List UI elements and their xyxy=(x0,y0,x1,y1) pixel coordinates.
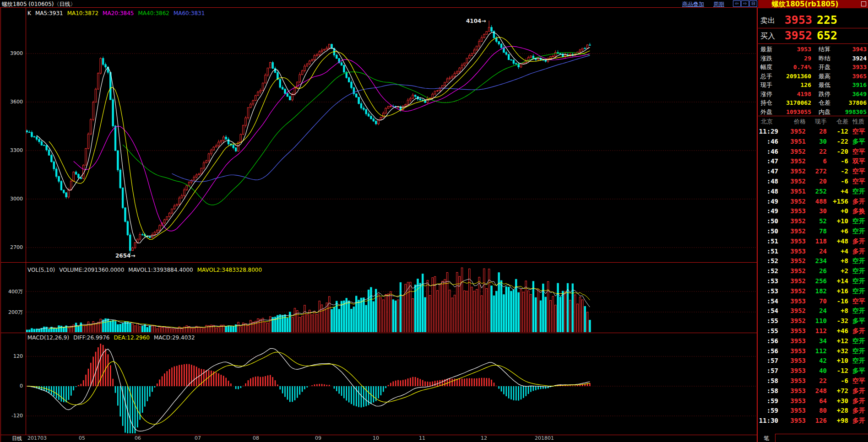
tick-row[interactable]: :49395330+0多换 xyxy=(758,206,868,216)
axis-tick-label: 120 xyxy=(0,353,23,359)
quote-grid-row: 涨跌29昨结3924 xyxy=(758,54,868,63)
month-tick-label: 08 xyxy=(253,435,259,441)
month-tick-label: 09 xyxy=(315,435,321,441)
axis-tick-label: 3000 xyxy=(0,196,23,202)
tick-row[interactable]: :56395334+12空开 xyxy=(758,336,868,346)
tick-row[interactable]: :59395364+30多开 xyxy=(758,396,868,406)
bid-row[interactable]: 买入 3952 652 xyxy=(758,28,868,43)
axis-tick-label: 400万 xyxy=(0,288,23,295)
tick-row[interactable]: :493952488+156多开 xyxy=(758,196,868,206)
axis-tick-label: -120 xyxy=(0,413,23,419)
period-label: 日线 xyxy=(12,435,22,442)
bid-price: 3952 xyxy=(785,29,812,42)
kline-indicator-header: KMA5:3931MA10:3872MA20:3845MA40:3862MA60… xyxy=(27,10,209,16)
tick-table-header: 北京价格现手仓差性质 xyxy=(758,118,868,126)
tick-row[interactable]: :473952272-2空平 xyxy=(758,166,868,176)
axis-tick-label: 200万 xyxy=(0,309,23,316)
price-extreme-annotation: 4104→ xyxy=(466,18,486,24)
month-tick-label: 10 xyxy=(373,435,379,441)
tick-row[interactable]: :57395342+10空开 xyxy=(758,356,868,366)
quote-grid-row: 幅度0.74%开盘3933 xyxy=(758,63,868,72)
ask-price: 3953 xyxy=(785,13,812,27)
contract-title: 螺纹1805(rb1805) xyxy=(772,0,838,9)
tick-row[interactable]: :553953112+46多开 xyxy=(758,326,868,336)
month-tick-label: 201703 xyxy=(27,435,47,441)
axis-tick-label: 0 xyxy=(0,383,23,389)
tick-row[interactable]: :523952234+8空开 xyxy=(758,256,868,266)
quote-grid-row: 总手2091360最高3965 xyxy=(758,72,868,81)
ask-label: 卖出 xyxy=(760,16,775,26)
ma-legend-item: MA10:3872 xyxy=(67,10,98,16)
vol-legend-item: VOL(5,10) xyxy=(27,267,55,273)
ma-legend-item: MA40:3862 xyxy=(138,10,169,16)
tick-row[interactable]: 11:29395228-12空平 xyxy=(758,126,868,136)
axis-tick-label: 2700 xyxy=(0,244,23,250)
tick-row[interactable]: :533952182+16空开 xyxy=(758,286,868,296)
bid-qty: 652 xyxy=(817,29,837,42)
vol-legend-item: MAVOL1:3393884.4000 xyxy=(128,267,193,273)
macd-legend-item: MACD:29.4032 xyxy=(154,334,195,341)
macd-indicator-header: MACD(12,26,9)DIFF:26.9976DEA:12.2960MACD… xyxy=(27,334,199,341)
kline-type-label: K xyxy=(27,10,31,16)
volume-indicator-header: VOL(5,10)VOLUME:2091360.0000MAVOL1:33938… xyxy=(27,267,266,273)
price-extreme-annotation: 2654→ xyxy=(115,253,135,259)
quote-grid-row: 涨停4198跌停3649 xyxy=(758,90,868,99)
tick-row[interactable]: :52395226+2空开 xyxy=(758,266,868,276)
axis-tick-label: 3300 xyxy=(0,147,23,153)
ma-legend-item: MA60:3831 xyxy=(174,10,205,16)
futures-trading-terminal: 螺纹1805 (010605)〈日线〉 商品叠加 周期 ⇦⇨⊟ 螺纹1805(r… xyxy=(0,0,868,442)
quote-grid-row: 外盘1093055内盘998305 xyxy=(758,108,868,117)
ma-legend-item: MA5:3931 xyxy=(35,10,63,16)
tick-row[interactable]: :553952110-32多平 xyxy=(758,316,868,326)
month-tick-label: 05 xyxy=(79,435,85,441)
macd-legend-item: MACD(12,26,9) xyxy=(27,334,69,341)
tab-tick-by-tick[interactable]: 笔 xyxy=(764,435,769,442)
tick-row[interactable]: :513953118+48多开 xyxy=(758,236,868,246)
ma-legend-item: MA20:3845 xyxy=(103,10,134,16)
quote-grid-row: 持仓3170062仓差37806 xyxy=(758,98,868,108)
tick-row[interactable]: :46395130-22多平 xyxy=(758,136,868,146)
month-tick-label: 11 xyxy=(419,435,425,441)
vol-legend-item: MAVOL2:3483328.8000 xyxy=(197,267,262,273)
tick-row[interactable]: :59395380+28多开 xyxy=(758,405,868,415)
tick-row[interactable]: :57395340-12多平 xyxy=(758,366,868,376)
tick-row[interactable]: :51395324+4多开 xyxy=(758,246,868,256)
tick-row[interactable]: :483951252+4空开 xyxy=(758,186,868,196)
quote-grid-row: 最新3953结算3943 xyxy=(758,45,868,54)
kline-chart-canvas[interactable] xyxy=(0,0,758,442)
macd-legend-item: DIFF:26.9976 xyxy=(73,334,109,341)
ask-qty: 225 xyxy=(817,13,837,27)
ask-row[interactable]: 卖出 3953 225 xyxy=(758,13,868,27)
tick-row[interactable]: :563953112+32空开 xyxy=(758,346,868,356)
tick-row[interactable]: :50395278+6空开 xyxy=(758,226,868,236)
axis-tick-label: 3900 xyxy=(0,50,23,56)
maximize-icon[interactable] xyxy=(861,1,866,6)
contract-title-strip: 螺纹1805(rb1805) xyxy=(758,0,868,8)
tick-row[interactable]: :583953248+72多开 xyxy=(758,386,868,396)
tick-row[interactable]: :533952256+14空开 xyxy=(758,276,868,286)
month-tick-label: 06 xyxy=(135,435,141,441)
macd-legend-item: DEA:12.2960 xyxy=(114,334,150,341)
quote-grid-row: 现手126最低3916 xyxy=(758,81,868,90)
tick-row[interactable]: :4739526-6双平 xyxy=(758,156,868,166)
month-tick-label: 12 xyxy=(481,435,487,441)
quote-panel: 卖出 3953 225 买入 3952 652 最新3953结算3943涨跌29… xyxy=(758,8,868,442)
tick-row[interactable]: 11:303953126+98多开 xyxy=(758,415,868,426)
tick-row[interactable]: :50395252+10空开 xyxy=(758,216,868,226)
vol-legend-item: VOLUME:2091360.0000 xyxy=(59,267,124,273)
tick-row[interactable]: :54395370-16空平 xyxy=(758,296,868,306)
tick-row[interactable]: :58395322-6空平 xyxy=(758,376,868,386)
bid-label: 买入 xyxy=(760,32,775,41)
axis-tick-label: 3600 xyxy=(0,99,23,105)
month-tick-label: 07 xyxy=(195,435,201,441)
tick-row[interactable]: :54395224+8空开 xyxy=(758,306,868,316)
month-tick-label: 201801 xyxy=(535,435,554,441)
tick-row[interactable]: :46395222-20空平 xyxy=(758,146,868,156)
tick-row[interactable]: :48395220-6空平 xyxy=(758,176,868,186)
